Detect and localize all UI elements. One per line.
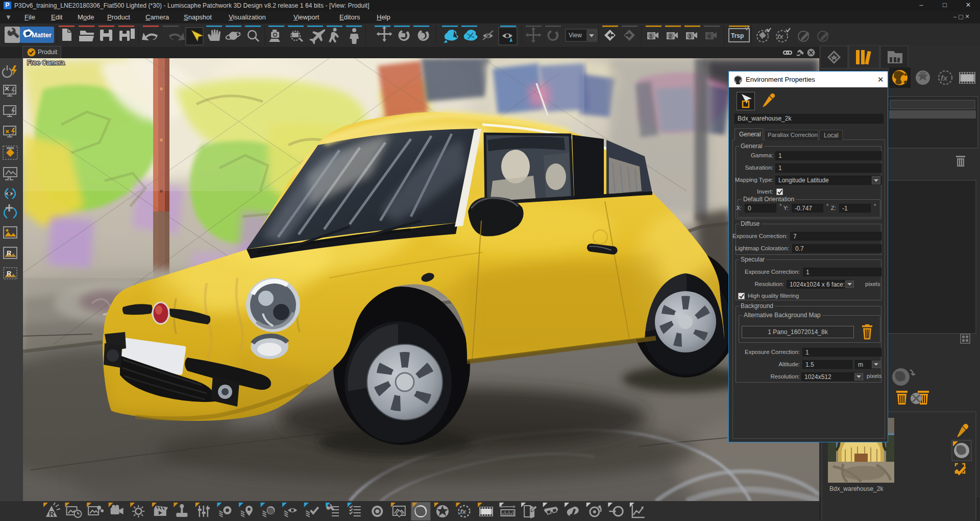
- svg-text:View: View: [569, 32, 582, 39]
- svg-text:3: 3: [689, 34, 692, 39]
- svg-text:+: +: [249, 29, 251, 34]
- svg-text:-: -: [253, 35, 255, 40]
- svg-text:2: 2: [669, 34, 672, 39]
- svg-text:fx: fx: [941, 74, 948, 82]
- svg-text:Bdx_warehouse_2k: Bdx_warehouse_2k: [829, 485, 884, 492]
- svg-text:R: R: [7, 270, 12, 277]
- svg-text:R: R: [49, 509, 55, 518]
- svg-text:1: 1: [650, 34, 653, 39]
- svg-text:fx: fx: [777, 33, 783, 40]
- svg-text:Trsp: Trsp: [731, 32, 744, 39]
- svg-text:4: 4: [708, 34, 711, 39]
- svg-text:fx: fx: [460, 508, 466, 515]
- svg-text:Free Camera: Free Camera: [27, 59, 65, 66]
- svg-text:R: R: [7, 249, 12, 257]
- svg-text:Matter: Matter: [32, 31, 52, 39]
